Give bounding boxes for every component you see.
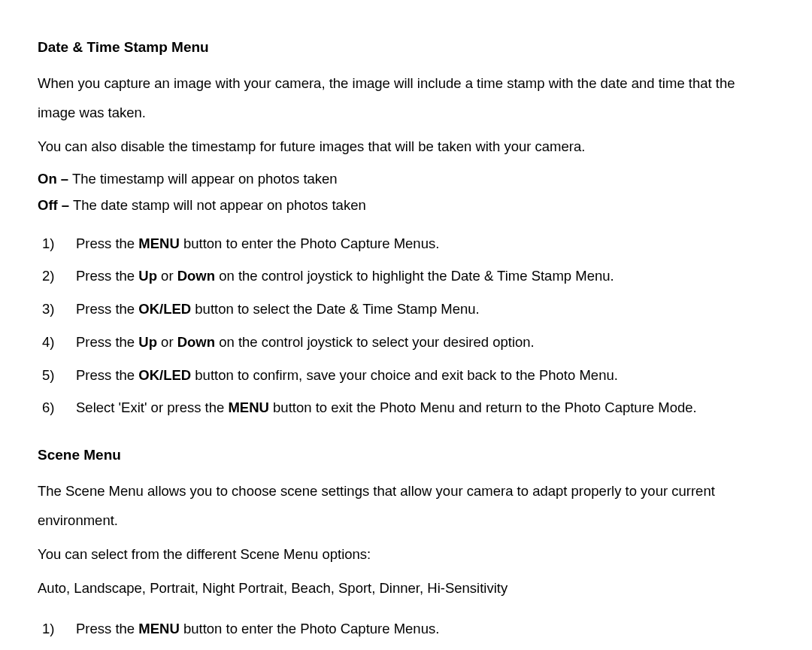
section-scene-menu: Scene Menu The Scene Menu allows you to … [38, 444, 774, 650]
list-item: 2) Press the Up or Down on the control j… [38, 266, 774, 287]
para-intro-1: When you capture an image with your came… [38, 69, 774, 128]
setting-on-line: On – The timestamp will appear on photos… [38, 166, 774, 191]
step-text: Press the MENU button to enter the Photo… [76, 618, 774, 639]
step-text: Select 'Exit' or press the MENU button t… [76, 397, 774, 418]
list-item: 1) Press the MENU button to enter the Ph… [38, 233, 774, 254]
heading-scene: Scene Menu [38, 444, 774, 466]
step-number: 5) [38, 365, 76, 386]
steps-section1: 1) Press the MENU button to enter the Ph… [38, 233, 774, 419]
step-number: 2) [38, 266, 76, 287]
list-item: 6) Select 'Exit' or press the MENU butto… [38, 397, 774, 418]
list-item: 3) Press the OK/LED button to select the… [38, 299, 774, 320]
step-text: Press the OK/LED button to confirm, save… [76, 365, 774, 386]
para-scene-3: Auto, Landscape, Portrait, Night Portrai… [38, 574, 774, 603]
step-number: 1) [38, 233, 76, 254]
step-text: Press the Up or Down on the control joys… [76, 266, 774, 287]
on-text: The timestamp will appear on photos take… [68, 171, 338, 187]
section-date-time-stamp: Date & Time Stamp Menu When you capture … [38, 36, 774, 418]
step-number: 1) [38, 618, 76, 639]
on-label: On – [38, 171, 68, 187]
step-number: 4) [38, 332, 76, 353]
step-text: Press the MENU button to enter the Photo… [76, 233, 774, 254]
para-intro-2: You can also disable the timestamp for f… [38, 132, 774, 162]
step-text: Press the Up or Down on the control joys… [76, 332, 774, 353]
off-label: Off – [38, 197, 69, 213]
step-number: 3) [38, 299, 76, 320]
steps-section2: 1) Press the MENU button to enter the Ph… [38, 618, 774, 650]
step-text: Press the OK/LED button to select the Da… [76, 299, 774, 320]
para-scene-1: The Scene Menu allows you to choose scen… [38, 477, 774, 536]
para-scene-2: You can select from the different Scene … [38, 540, 774, 570]
list-item: 1) Press the MENU button to enter the Ph… [38, 618, 774, 639]
off-text: The date stamp will not appear on photos… [69, 197, 366, 213]
list-item: 5) Press the OK/LED button to confirm, s… [38, 365, 774, 386]
heading-date-time: Date & Time Stamp Menu [38, 36, 774, 59]
step-number: 6) [38, 397, 76, 418]
list-item: 4) Press the Up or Down on the control j… [38, 332, 774, 353]
setting-off-line: Off – The date stamp will not appear on … [38, 193, 774, 217]
